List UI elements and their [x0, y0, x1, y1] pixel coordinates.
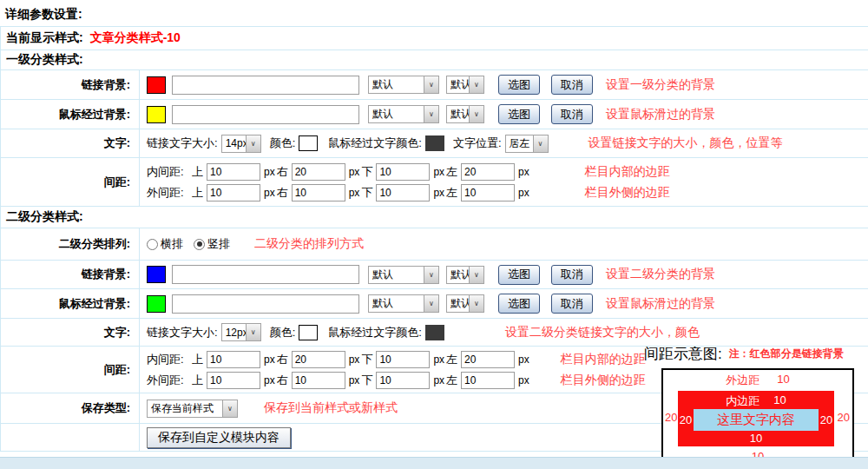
s2-font-size-select[interactable]: 12px ∨: [221, 323, 261, 341]
s1-link-bg-input[interactable]: [172, 76, 359, 95]
s1-inner-bottom-input[interactable]: [376, 163, 430, 181]
s1-outer-top-input[interactable]: [207, 184, 260, 201]
s2-hover-bg-input[interactable]: [172, 294, 359, 314]
s2-link-bg-hint: 设置二级分类的背景: [606, 267, 715, 282]
s1-text-color-swatch[interactable]: [299, 135, 318, 151]
s1-outer-spacing-hint: 栏目外侧的边距: [585, 185, 670, 201]
s1-hover-bg-cancel-button[interactable]: 取消: [551, 104, 593, 124]
s2-link-bg-label: 链接背景:: [1, 261, 140, 288]
spacing-diagram: 间距示意图: 注：红色部分是链接背景 外边距 10 内边距 10 20 这里文字…: [644, 344, 866, 464]
s1-hover-text-color-swatch[interactable]: [425, 135, 444, 151]
s1-text-row: 文字: 链接文字大小: 14px ∨ 颜色: 鼠标经过文字颜色: 文字位置: 居…: [1, 129, 868, 158]
diagram-inner-right-value: 20: [819, 413, 834, 426]
diagram-note: 注：红色部分是链接背景: [729, 347, 844, 361]
detail-settings-page: 详细参数设置: 当前显示样式: 文章分类样式-10 一级分类样式: 链接背景: …: [0, 0, 868, 469]
s2-link-bg-row: 链接背景: 默认 ∨ 默认 ∨ 选图 取消 设置二级分类的背景: [1, 261, 868, 289]
chevron-down-icon: ∨: [246, 135, 260, 152]
chevron-down-icon: ∨: [424, 295, 438, 312]
s2-outer-spacing-hint: 栏目外侧的边距: [561, 373, 646, 388]
s1-hover-bg-pick-image-button[interactable]: 选图: [498, 104, 540, 124]
s1-hover-bg-select2[interactable]: 默认 ∨: [446, 105, 484, 123]
s2-link-bg-cancel-button[interactable]: 取消: [551, 265, 593, 285]
save-button-row-label: [1, 424, 140, 451]
s2-hover-bg-pick-image-button[interactable]: 选图: [498, 294, 540, 314]
s2-arrange-label: 二级分类排列:: [1, 228, 140, 260]
s1-color-label: 颜色:: [270, 135, 296, 151]
s2-text-row: 文字: 链接文字大小: 12px ∨ 颜色: 鼠标经过文字颜色: 设置二级分类链…: [1, 319, 868, 347]
s1-outer-spacing-line: 外间距: 上 px 右 px 下 px 左 px 栏目外侧的边距: [147, 184, 868, 201]
s2-link-bg-input[interactable]: [172, 265, 359, 284]
s2-hover-bg-select2[interactable]: 默认 ∨: [446, 294, 484, 313]
s1-outer-right-input[interactable]: [292, 184, 345, 201]
diagram-inner-left-value: 20: [678, 413, 694, 426]
s1-link-bg-pick-image-button[interactable]: 选图: [498, 75, 540, 95]
bottom-bar: [0, 457, 868, 469]
s2-outer-left-input[interactable]: [461, 372, 515, 389]
s1-outer-bottom-input[interactable]: [376, 184, 430, 201]
s1-outer-left-input[interactable]: [461, 184, 515, 201]
s2-arrange-hint: 二级分类的排列方式: [254, 236, 364, 252]
arrange-horizontal-radio[interactable]: [147, 239, 158, 250]
diagram-outer-left-value: 20: [665, 411, 677, 424]
chevron-down-icon: ∨: [424, 106, 438, 122]
s1-link-bg-cancel-button[interactable]: 取消: [551, 75, 593, 95]
s1-hover-bg-label: 鼠标经过背景:: [1, 100, 140, 129]
diagram-outer-right-value: 20: [838, 411, 850, 424]
arrange-vertical-radio[interactable]: [194, 239, 205, 250]
s2-hover-bg-row: 鼠标经过背景: 默认 ∨ 默认 ∨ 选图 取消 设置鼠标滑过的背景: [1, 289, 868, 319]
s1-hover-bg-select1[interactable]: 默认 ∨: [368, 105, 439, 123]
diagram-link-bg-area: 内边距 10 20 这里文字内容 20 10: [678, 391, 834, 446]
section1-heading: 一级分类样式:: [1, 50, 868, 70]
s2-inner-left-input[interactable]: [461, 351, 515, 368]
s1-inner-right-input[interactable]: [292, 163, 345, 181]
s2-text-color-swatch[interactable]: [299, 325, 318, 340]
s1-text-hint: 设置链接文字的大小，颜色，位置等: [589, 135, 783, 151]
s1-spacing-row: 间距: 内间距: 上 px 右 px 下 px 左 px 栏目内部的边距: [1, 158, 868, 207]
s1-link-bg-color-swatch[interactable]: [147, 76, 166, 94]
s2-inner-bottom-input[interactable]: [376, 351, 430, 368]
section2-heading: 二级分类样式:: [1, 207, 868, 228]
save-type-select[interactable]: 保存当前样式 ∨: [147, 400, 238, 418]
s1-inner-left-input[interactable]: [461, 163, 515, 181]
s2-inner-right-input[interactable]: [292, 351, 345, 368]
s2-outer-bottom-input[interactable]: [376, 372, 430, 389]
s2-inner-top-input[interactable]: [207, 351, 260, 368]
s2-link-bg-color-swatch[interactable]: [147, 266, 166, 283]
s1-hover-bg-color-swatch[interactable]: [147, 106, 166, 123]
s2-hover-text-color-swatch[interactable]: [425, 325, 444, 340]
s2-link-bg-select1[interactable]: 默认 ∨: [368, 266, 439, 284]
s2-font-size-label: 链接文字大小:: [147, 325, 218, 340]
s1-link-bg-hint: 设置一级分类的背景: [606, 77, 715, 93]
save-to-custom-module-button[interactable]: 保存到自定义模块内容: [147, 427, 291, 448]
s2-spacing-label: 间距:: [1, 347, 140, 393]
chevron-down-icon: ∨: [424, 76, 438, 93]
chevron-down-icon: ∨: [469, 267, 483, 283]
s1-inner-spacing-line: 内间距: 上 px 右 px 下 px 左 px 栏目内部的边距: [147, 163, 868, 181]
arrange-vertical-label: 竖排: [207, 236, 230, 252]
s2-hover-text-color-label: 鼠标经过文字颜色:: [328, 325, 422, 340]
s1-link-bg-select2[interactable]: 默认 ∨: [446, 76, 484, 94]
s2-link-bg-select2[interactable]: 默认 ∨: [446, 266, 484, 284]
s2-text-hint: 设置二级分类链接文字的大小，颜色: [505, 325, 700, 340]
s1-hover-bg-row: 鼠标经过背景: 默认 ∨ 默认 ∨ 选图 取消 设置鼠标滑过的背景: [1, 100, 868, 129]
diagram-inner-margin-top: 内边距 10: [678, 393, 834, 409]
current-style-row: 当前显示样式: 文章分类样式-10: [1, 27, 868, 50]
chevron-down-icon: ∨: [246, 324, 260, 340]
save-type-hint: 保存到当前样式或新样式: [264, 400, 398, 416]
s2-hover-bg-cancel-button[interactable]: 取消: [551, 294, 593, 314]
s1-text-position-select[interactable]: 居左 ∨: [505, 135, 549, 153]
chevron-down-icon: ∨: [222, 400, 237, 417]
s2-hover-bg-select1[interactable]: 默认 ∨: [368, 294, 439, 313]
s1-text-position-label: 文字位置:: [453, 135, 502, 151]
chevron-down-icon: ∨: [469, 295, 483, 312]
s2-hover-bg-color-swatch[interactable]: [147, 295, 166, 313]
s1-hover-bg-input[interactable]: [172, 105, 359, 124]
s1-font-size-select[interactable]: 14px ∨: [221, 135, 261, 153]
s2-outer-top-input[interactable]: [207, 372, 260, 389]
s1-link-bg-select1[interactable]: 默认 ∨: [368, 76, 439, 94]
s1-inner-top-input[interactable]: [207, 163, 260, 181]
s2-outer-right-input[interactable]: [292, 372, 345, 389]
s2-link-bg-pick-image-button[interactable]: 选图: [498, 265, 540, 285]
s2-text-label: 文字:: [1, 319, 140, 346]
chevron-down-icon: ∨: [469, 76, 483, 93]
